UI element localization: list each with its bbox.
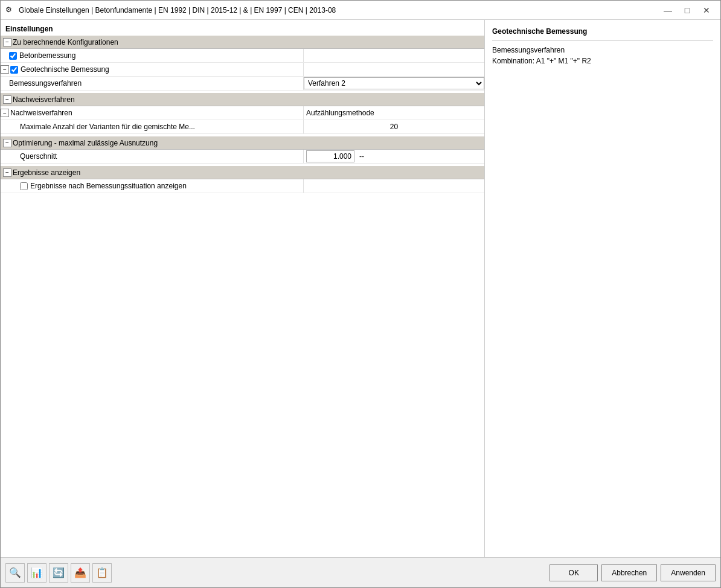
section-optimierung-label: Optimierung - maximal zulässige Ausnutzu… (13, 139, 158, 147)
maximale-anzahl-value: 20 (303, 120, 484, 133)
nachweisverfahren-sub-label: Nachweisverfahren (10, 109, 303, 117)
checkbox-betonbemessung[interactable] (9, 52, 17, 60)
section-ergebnisse-header: − Ergebnisse anzeigen (1, 166, 484, 179)
window-controls: — □ ✕ (659, 4, 716, 16)
section-optimierung-header: − Optimierung - maximal zulässige Ausnut… (1, 136, 484, 150)
main-window: ⚙ Globale Einstellungen | Betonfundament… (0, 0, 721, 588)
abbrechen-button[interactable]: Abbrechen (601, 564, 657, 581)
collapse-nachweisverfahren[interactable]: − (3, 95, 11, 104)
row-querschnitt-left: Querschnitt (1, 152, 303, 161)
window-title: Globale Einstellungen | Betonfundamente … (19, 6, 659, 14)
checkbox-geotechnische-label[interactable] (10, 66, 18, 74)
checkbox-ergebnisse-label[interactable] (20, 182, 28, 190)
ergebnisse-checkbox-label: Ergebnisse nach Bemessungssituation anze… (30, 182, 303, 190)
icon-search-btn[interactable]: 🔍 (5, 563, 25, 583)
row-ergebnisse-checkbox-left: Ergebnisse nach Bemessungssituation anze… (1, 181, 303, 191)
checkbox-betonbemessung-label[interactable] (9, 52, 17, 60)
panel-title: Einstellungen (1, 22, 484, 36)
betonbemessung-value-area (303, 49, 484, 62)
icon-export-btn[interactable]: 📤 (71, 563, 90, 583)
section-nachweisverfahren-header: − Nachweisverfahren (1, 93, 484, 106)
right-panel: Geotechnische Bemessung Bemessungsverfah… (485, 20, 720, 557)
bemessungsverfahren-label: Bemessungsverfahren (9, 79, 303, 88)
section-nachweisverfahren-label: Nachweisverfahren (13, 95, 75, 104)
querschnitt-input[interactable] (306, 150, 354, 162)
collapse-nachweisverfahren-sub[interactable]: − (1, 109, 9, 117)
maximize-button[interactable]: □ (678, 4, 696, 16)
ok-button[interactable]: OK (550, 564, 598, 581)
bemessungsverfahren-select[interactable]: Verfahren 2 (304, 77, 484, 89)
icon-refresh-btn[interactable]: 🔄 (49, 563, 68, 583)
right-panel-item-1: Bemessungsverfahren (492, 46, 713, 54)
anwenden-button[interactable]: Anwenden (661, 564, 716, 581)
row-querschnitt: Querschnitt -- (1, 150, 484, 164)
settings-panel: Einstellungen − Zu berechnende Konfigura… (1, 22, 484, 193)
section-zu-berechnende-label: Zu berechnende Konfigurationen (13, 38, 118, 46)
row-betonbemessung: Betonbemessung (1, 49, 484, 63)
row-geotechnische: − Geotechnische Bemessung (1, 63, 484, 77)
betonbemessung-label: Betonbemessung (19, 51, 303, 60)
geotechnische-label: Geotechnische Bemessung (21, 65, 303, 74)
maximale-anzahl-number: 20 (390, 123, 398, 131)
bottom-bar: 🔍 📊 🔄 📤 📋 OK Abbrechen Anwenden (1, 557, 720, 587)
icon-calc-btn[interactable]: 📊 (27, 563, 46, 583)
row-nachweisverfahren-sub-left: − Nachweisverfahren (1, 108, 303, 118)
icon-copy-btn[interactable]: 📋 (92, 563, 112, 583)
row-maximale-anzahl: Maximale Anzahl der Varianten für die ge… (1, 120, 484, 134)
nachweisverfahren-sub-value: Aufzählungsmethode (303, 106, 484, 120)
right-panel-title: Geotechnische Bemessung (492, 27, 713, 36)
section-ergebnisse-label: Ergebnisse anzeigen (13, 168, 80, 177)
bottom-icon-group: 🔍 📊 🔄 📤 📋 (5, 563, 550, 583)
section-zu-berechnende-header: − Zu berechnende Konfigurationen (1, 36, 484, 49)
checkbox-geotechnische[interactable] (10, 66, 18, 74)
app-icon: ⚙ (5, 5, 15, 15)
querschnitt-label: Querschnitt (20, 152, 303, 161)
maximale-anzahl-label: Maximale Anzahl der Varianten für die ge… (20, 123, 303, 131)
checkbox-ergebnisse[interactable] (20, 182, 28, 190)
collapse-optimierung[interactable]: − (3, 139, 11, 147)
geotechnische-value-area (303, 63, 484, 76)
content-area: Einstellungen − Zu berechnende Konfigura… (1, 20, 720, 557)
row-bemessungsverfahren-left: Bemessungsverfahren (1, 78, 303, 88)
dialog-buttons: OK Abbrechen Anwenden (550, 564, 716, 581)
collapse-ergebnisse[interactable]: − (3, 168, 11, 177)
ergebnisse-checkbox-value (303, 179, 484, 193)
row-nachweisverfahren-sub: − Nachweisverfahren Aufzählungsmethode (1, 106, 484, 120)
querschnitt-value-area: -- (303, 150, 484, 163)
right-panel-item-2: Kombination: A1 "+" M1 "+" R2 (492, 57, 713, 65)
row-ergebnisse-checkbox: Ergebnisse nach Bemessungssituation anze… (1, 179, 484, 193)
row-betonbemessung-left: Betonbemessung (1, 51, 303, 60)
close-button[interactable]: ✕ (697, 4, 716, 16)
row-maximale-anzahl-left: Maximale Anzahl der Varianten für die ge… (1, 122, 303, 132)
row-geotechnische-left: − Geotechnische Bemessung (1, 65, 303, 74)
aufzaehlungsmethode-text: Aufzählungsmethode (306, 109, 374, 117)
row-bemessungsverfahren: Bemessungsverfahren Verfahren 2 (1, 77, 484, 91)
collapse-zu-berechnende[interactable]: − (3, 38, 11, 46)
left-panel: Einstellungen − Zu berechnende Konfigura… (1, 20, 485, 557)
title-bar: ⚙ Globale Einstellungen | Betonfundament… (1, 1, 720, 20)
collapse-geotechnische[interactable]: − (1, 65, 9, 74)
bemessungsverfahren-value-area[interactable]: Verfahren 2 (303, 77, 484, 90)
querschnitt-unit: -- (359, 152, 364, 161)
minimize-button[interactable]: — (659, 4, 677, 16)
